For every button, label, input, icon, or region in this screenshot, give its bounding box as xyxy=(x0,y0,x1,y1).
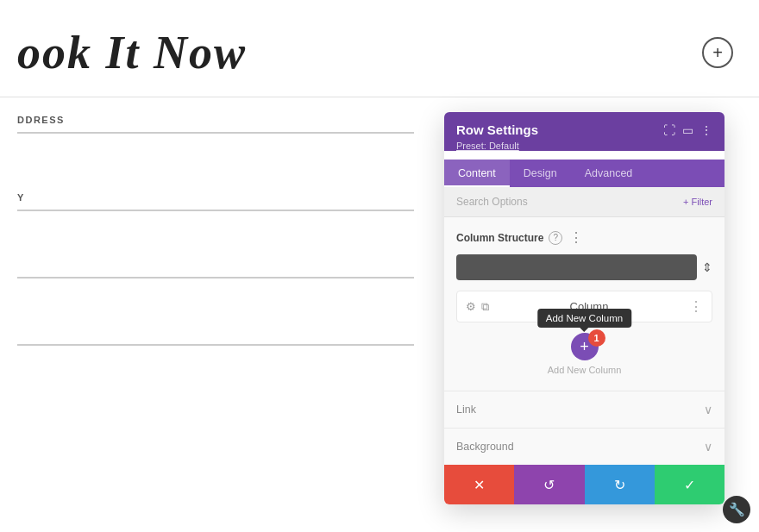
section-dots-icon[interactable]: ⋮ xyxy=(569,229,583,246)
add-section-button[interactable]: + xyxy=(702,37,733,68)
column-copy-icon[interactable]: ⧉ xyxy=(481,300,489,314)
section-header: Column Structure ? ⋮ xyxy=(456,229,712,246)
add-column-area: Add New Column + 1 Add New Column xyxy=(456,328,712,385)
page-header: ook It Now + xyxy=(0,0,759,97)
filter-button[interactable]: + Filter xyxy=(683,197,712,207)
column-structure-select: ⇕ xyxy=(456,254,712,280)
panel-header: Row Settings ⛶ ▭ ⋮ Preset: Default xyxy=(444,112,724,151)
redo-icon: ↻ xyxy=(614,477,625,493)
split-view-icon[interactable]: ▭ xyxy=(682,123,693,137)
tab-advanced[interactable]: Advanced xyxy=(571,160,647,187)
wrench-icon-symbol: 🔧 xyxy=(729,502,745,517)
column-structure-section: Column Structure ? ⋮ ⇕ ⚙ ⧉ Column ⋮ xyxy=(444,217,724,391)
column-structure-title: Column Structure xyxy=(456,232,543,244)
link-section[interactable]: Link ∨ xyxy=(444,391,724,428)
panel-header-top: Row Settings ⛶ ▭ ⋮ xyxy=(456,122,712,137)
column-row: ⚙ ⧉ Column ⋮ xyxy=(456,291,712,322)
row-settings-panel: Row Settings ⛶ ▭ ⋮ Preset: Default Conte… xyxy=(444,112,724,504)
address-underline xyxy=(17,132,414,134)
column-row-left: ⚙ ⧉ xyxy=(466,300,489,314)
add-column-label: Add New Column xyxy=(548,365,622,375)
panel-tabs: Content Design Advanced xyxy=(444,160,724,187)
column-gear-icon[interactable]: ⚙ xyxy=(466,300,476,313)
more-options-icon[interactable]: ⋮ xyxy=(700,123,712,137)
undo-button[interactable]: ↺ xyxy=(514,465,584,504)
link-arrow: ∨ xyxy=(704,403,712,416)
background-label: Background xyxy=(456,441,514,453)
column-select-arrow[interactable]: ⇕ xyxy=(702,260,712,274)
cancel-icon: ✕ xyxy=(474,477,485,493)
tab-content[interactable]: Content xyxy=(444,160,510,187)
panel-footer: ✕ ↺ ↻ ✓ xyxy=(444,465,724,504)
page-title: ook It Now xyxy=(17,26,247,79)
background-arrow: ∨ xyxy=(704,440,712,454)
preset-link[interactable]: Preset: Default xyxy=(456,141,519,151)
link-label: Link xyxy=(456,404,476,416)
save-icon: ✓ xyxy=(684,477,695,493)
cancel-button[interactable]: ✕ xyxy=(444,465,514,504)
city-underline xyxy=(17,210,414,211)
save-button[interactable]: ✓ xyxy=(655,465,724,504)
redo-button[interactable]: ↻ xyxy=(585,465,655,504)
search-placeholder[interactable]: Search Options xyxy=(456,196,528,208)
help-icon[interactable]: ? xyxy=(549,231,562,245)
panel-body: Search Options + Filter Column Structure… xyxy=(444,187,724,504)
panel-search-bar: Search Options + Filter xyxy=(444,187,724,217)
extra-underline xyxy=(17,277,414,279)
wrench-button[interactable]: 🔧 xyxy=(723,496,750,523)
undo-icon: ↺ xyxy=(543,477,555,493)
background-section[interactable]: Background ∨ xyxy=(444,428,724,465)
add-column-button[interactable]: + 1 xyxy=(571,333,599,360)
add-column-btn-wrap: Add New Column + 1 xyxy=(571,333,599,360)
panel-header-icons: ⛶ ▭ ⋮ xyxy=(663,123,712,137)
column-dots-icon[interactable]: ⋮ xyxy=(689,298,703,315)
fullscreen-icon[interactable]: ⛶ xyxy=(663,123,675,137)
add-column-badge: 1 xyxy=(588,329,605,347)
panel-preset: Preset: Default xyxy=(456,141,712,151)
panel-title: Row Settings xyxy=(456,122,538,137)
column-select-bar[interactable] xyxy=(456,254,697,280)
column-label: Column xyxy=(570,300,609,313)
extra-underline-2 xyxy=(17,344,414,346)
tab-design[interactable]: Design xyxy=(510,160,571,187)
